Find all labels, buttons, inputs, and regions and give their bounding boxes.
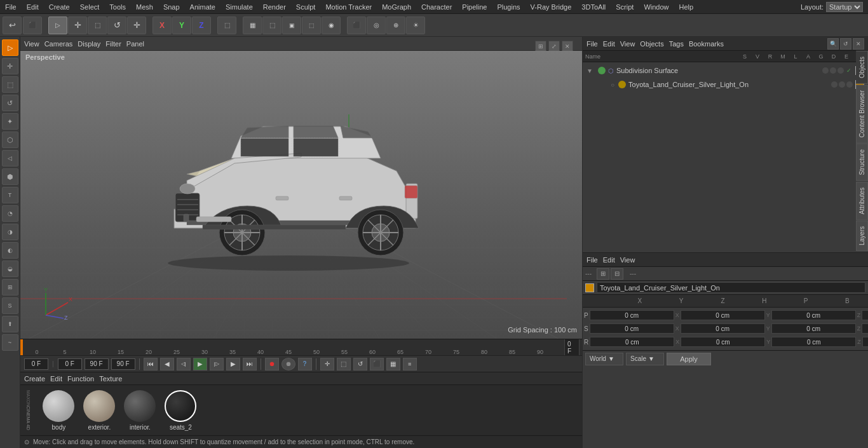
tab-structure[interactable]: Structure (856, 144, 868, 181)
viewport-menu-cameras[interactable]: Cameras (44, 40, 73, 48)
om-menu-bookmarks[interactable]: Bookmarks (689, 40, 724, 48)
menu-item-animate[interactable]: Animate (185, 2, 220, 12)
light-button[interactable]: ☀ (406, 17, 425, 34)
transport-current-frame[interactable] (24, 358, 48, 370)
transport-prev-frame[interactable]: ◀ (160, 358, 174, 370)
display-circle-button[interactable]: ◎ (367, 17, 386, 34)
layout-dropdown[interactable]: Startup (826, 2, 863, 12)
viewport-handle-nav[interactable]: ⤢ (548, 41, 560, 52)
render-button[interactable]: ▣ (282, 17, 301, 34)
menu-item-tools[interactable]: Tools (104, 2, 131, 12)
viewport-menu-panel[interactable]: Panel (126, 40, 144, 48)
transport-next-key[interactable]: |▷ (210, 358, 224, 370)
menu-item-window[interactable]: Window (639, 2, 674, 12)
tool-sculpt2[interactable]: ◐ (2, 242, 18, 259)
tool-bevel[interactable]: S (2, 297, 18, 314)
transform-button[interactable]: ✛ (127, 17, 146, 34)
om-search-icon[interactable]: 🔍 (827, 38, 839, 50)
am-menu-edit[interactable]: Edit (603, 256, 615, 264)
coord-h-size[interactable] (862, 323, 868, 334)
material-body[interactable]: body (41, 390, 76, 431)
om-menu-view[interactable]: View (620, 40, 635, 48)
rotate-button[interactable]: ↺ (107, 17, 126, 34)
om-refresh-icon[interactable]: ↺ (840, 38, 851, 50)
materials-menu-texture[interactable]: Texture (99, 375, 122, 383)
obj-vis-dot3[interactable] (837, 67, 844, 74)
tool-texture[interactable]: T (2, 187, 18, 203)
viewport-3d[interactable]: Perspective Grid Spacing : 100 cm X Y Z (20, 51, 582, 339)
tab-content-browser[interactable]: Content Browser (856, 85, 868, 143)
coord-y-pos[interactable] (681, 310, 765, 320)
am-menu-file[interactable]: File (587, 256, 598, 264)
coord-z-pos[interactable] (771, 310, 856, 320)
transport-next-frame[interactable]: ▶ (226, 358, 240, 370)
scale-dropdown[interactable]: Scale ▼ (626, 353, 664, 365)
coord-x-rot[interactable] (590, 337, 674, 347)
menu-item-create[interactable]: Create (44, 2, 75, 12)
timeline-cursor[interactable] (20, 339, 23, 355)
viewport-menu-display[interactable]: Display (78, 40, 100, 48)
transport-icon4[interactable]: ⬛ (370, 358, 384, 370)
om-menu-objects[interactable]: Objects (640, 40, 663, 48)
obj-vis-dot6[interactable] (846, 81, 853, 88)
transport-prev-key[interactable]: ◁| (177, 358, 191, 370)
transport-go-start[interactable]: ⏮ (144, 358, 158, 370)
coord-icon1[interactable]: ⊞ (597, 268, 609, 280)
viewport-handle-expand[interactable]: ⊞ (535, 41, 546, 52)
menu-item-simulate[interactable]: Simulate (220, 2, 258, 12)
tool-paint[interactable]: ◔ (2, 205, 18, 222)
transport-start-frame[interactable] (58, 358, 82, 370)
materials-menu-edit[interactable]: Edit (50, 375, 62, 383)
menu-item-3dtoall[interactable]: 3DToAll (576, 2, 611, 12)
transport-auto-key[interactable]: ⏺ (281, 358, 295, 370)
material-interior[interactable]: interior. (122, 390, 158, 431)
om-menu-file[interactable]: File (587, 40, 598, 48)
menu-item-pipeline[interactable]: Pipeline (457, 2, 492, 12)
render-queue-button[interactable]: ◉ (322, 17, 341, 34)
camera-button[interactable]: ⊕ (386, 17, 405, 34)
menu-item-file[interactable]: File (0, 2, 22, 12)
car-model-svg[interactable] (136, 82, 466, 279)
coord-h-rot2[interactable] (862, 337, 868, 347)
obj-check-subdivision[interactable]: ✓ (845, 67, 853, 74)
x-axis-button[interactable]: X (153, 17, 172, 34)
menu-item-vray[interactable]: V-Ray Bridge (526, 2, 577, 12)
model-mode-button[interactable]: ▷ (48, 17, 67, 34)
tool-knife[interactable]: ◒ (2, 261, 18, 277)
material-exterior[interactable]: exterior. (81, 390, 117, 431)
menu-item-character[interactable]: Character (416, 2, 457, 12)
display-box-button[interactable]: ⬛ (347, 17, 366, 34)
apply-button[interactable]: Apply (667, 353, 711, 365)
obj-vis-dot1[interactable] (822, 67, 829, 74)
viewport-menu-filter[interactable]: Filter (105, 40, 121, 48)
obj-row-toyota[interactable]: ○ Toyota_Land_Cruiser_Silver_Light_On (584, 78, 867, 92)
redo-button[interactable]: ⬛ (23, 17, 42, 34)
render-settings-button[interactable]: ⬚ (302, 17, 321, 34)
transport-end-frame1[interactable] (85, 358, 109, 370)
om-close-icon[interactable]: ✕ (853, 38, 864, 50)
z-axis-button[interactable]: Z (192, 17, 211, 34)
tool-loop[interactable]: ⊞ (2, 279, 18, 295)
material-seats2[interactable]: seats_2 (163, 390, 198, 431)
undo-button[interactable]: ↩ (3, 17, 22, 34)
transport-help[interactable]: ? (298, 358, 312, 370)
tool-transform[interactable]: ✦ (2, 113, 18, 130)
coord-x-size[interactable] (590, 323, 674, 334)
tab-objects[interactable]: Objects (856, 51, 868, 84)
tool-select[interactable]: ▷ (2, 39, 18, 56)
menu-item-help[interactable]: Help (674, 2, 699, 12)
menu-item-edit[interactable]: Edit (22, 2, 44, 12)
transport-icon5[interactable]: ▦ (386, 358, 400, 370)
obj-row-subdivision[interactable]: ▼ ⬡ Subdivision Surface ✓ (584, 64, 867, 78)
menu-item-motiontracker[interactable]: Motion Tracker (320, 2, 377, 12)
menu-item-render[interactable]: Render (258, 2, 291, 12)
transport-icon1[interactable]: ✛ (320, 358, 334, 370)
tab-layers[interactable]: Layers (856, 221, 868, 251)
menu-item-plugins[interactable]: Plugins (492, 2, 525, 12)
move-button[interactable]: ✛ (68, 17, 87, 34)
tool-edge[interactable]: ◁ (2, 150, 18, 166)
transport-record-key[interactable]: ⏺ (265, 358, 279, 370)
scale-button[interactable]: ⬚ (88, 17, 107, 34)
om-menu-tags[interactable]: Tags (669, 40, 684, 48)
tool-spline[interactable]: ~ (2, 334, 18, 351)
